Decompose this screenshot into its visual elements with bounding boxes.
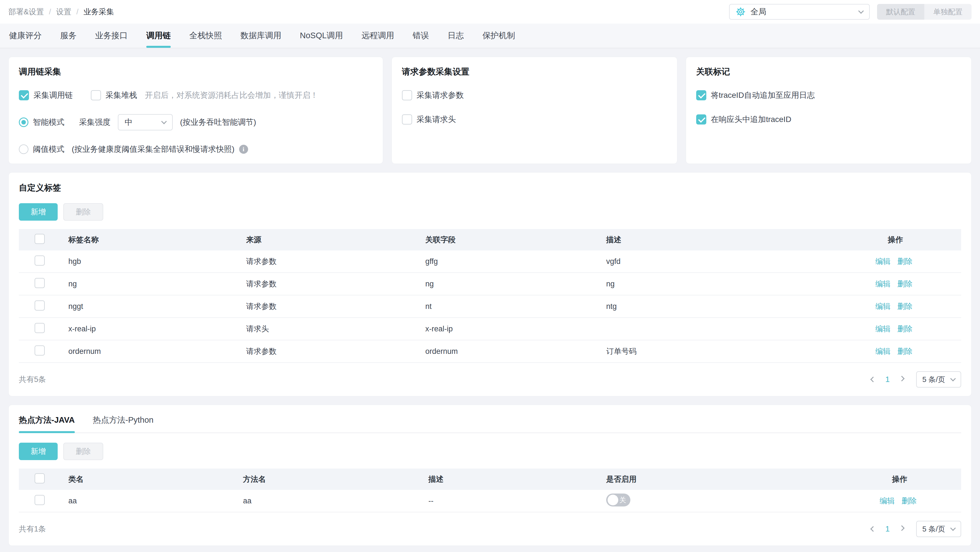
row-checkbox[interactable] [35, 323, 45, 333]
page-number[interactable]: 1 [885, 525, 890, 533]
custom-tags-table-header: 标签名称 来源 关联字段 描述 操作 [19, 229, 961, 251]
collect-headers-row: 采集请求头 [402, 114, 667, 125]
scope-select[interactable]: 全局 [729, 4, 870, 20]
tab-业务接口[interactable]: 业务接口 [95, 24, 128, 48]
col-header-desc: 描述 [606, 235, 870, 245]
page-size-select[interactable]: 5 条/页 [916, 521, 961, 537]
tab-NoSQL调用[interactable]: NoSQL调用 [300, 24, 343, 48]
tab-调用链[interactable]: 调用链 [146, 24, 171, 48]
cell-source: 请求参数 [246, 346, 425, 356]
collect-stack-checkbox[interactable] [91, 90, 101, 100]
panel-title: 请求参数采集设置 [402, 66, 667, 78]
top-bar: 部署&设置/设置/业务采集 全局 默认配置 单独配置 [0, 0, 980, 24]
smart-mode-radio[interactable] [19, 117, 29, 127]
page-size-select[interactable]: 5 条/页 [916, 371, 961, 388]
collect-params-checkbox[interactable] [402, 90, 412, 100]
prev-page-icon[interactable] [871, 527, 875, 531]
cell-actions: 编辑删除 [870, 256, 961, 266]
cell-tag-name: x-real-ip [68, 325, 246, 333]
cell-tag-name: nggt [68, 302, 246, 311]
intensity-select[interactable]: 中 [118, 114, 173, 130]
threshold-mode-label: 阈值模式 [33, 144, 64, 155]
edit-link[interactable]: 编辑 [875, 279, 891, 289]
tab-错误[interactable]: 错误 [413, 24, 429, 48]
custom-tags-title: 自定义标签 [19, 182, 961, 194]
prev-page-icon[interactable] [871, 378, 875, 381]
edit-link[interactable]: 编辑 [875, 301, 891, 311]
row-checkbox[interactable] [35, 300, 45, 311]
delete-link[interactable]: 删除 [897, 301, 913, 311]
row-checkbox-cell [19, 255, 68, 268]
cell-desc: -- [428, 496, 606, 505]
delete-link[interactable]: 删除 [897, 256, 913, 266]
add-tag-button[interactable]: 新增 [19, 203, 58, 220]
append-header-label: 在响应头中追加traceID [711, 114, 791, 125]
row-checkbox[interactable] [35, 346, 45, 355]
main-tabs: 健康评分服务业务接口调用链全栈快照数据库调用NoSQL调用远程调用错误日志保护机… [0, 24, 980, 48]
tab-热点方法-Python[interactable]: 热点方法-Python [93, 414, 154, 433]
tab-日志[interactable]: 日志 [447, 24, 464, 48]
select-all-checkbox[interactable] [35, 473, 45, 484]
add-method-button[interactable]: 新增 [19, 443, 58, 460]
enable-toggle[interactable]: 关 [606, 493, 630, 506]
page-number[interactable]: 1 [885, 375, 890, 384]
delete-link[interactable]: 删除 [897, 279, 913, 289]
delete-method-button[interactable]: 删除 [63, 443, 103, 460]
page-size-value: 5 条/页 [922, 374, 945, 384]
cell-tag-name: ng [68, 280, 246, 289]
next-page-icon[interactable] [900, 378, 904, 381]
total-count: 共有1条 [19, 524, 46, 534]
separate-config-button[interactable]: 单独配置 [924, 4, 972, 20]
delete-link[interactable]: 删除 [897, 324, 913, 334]
col-header-action: 操作 [870, 235, 961, 245]
append-log-row: 将traceID自动追加至应用日志 [696, 90, 961, 101]
edit-link[interactable]: 编辑 [875, 346, 891, 356]
tab-全栈快照[interactable]: 全栈快照 [189, 24, 222, 48]
tab-热点方法-JAVA[interactable]: 热点方法-JAVA [19, 414, 75, 433]
row-checkbox[interactable] [35, 255, 45, 266]
row-checkbox[interactable] [35, 278, 45, 288]
col-header-enabled: 是否启用 [606, 474, 875, 484]
breadcrumb-item: 业务采集 [84, 7, 114, 17]
custom-tags-table-body: hgb请求参数gffgvgfd编辑删除ng请求参数ngng编辑删除nggt请求参… [19, 251, 961, 363]
tab-健康评分[interactable]: 健康评分 [9, 24, 41, 48]
delete-link[interactable]: 删除 [897, 346, 913, 356]
table-row: x-real-ip请求头x-real-ip编辑删除 [19, 318, 961, 340]
next-page-icon[interactable] [900, 528, 904, 530]
custom-tags-buttons: 新增 删除 [19, 203, 961, 220]
table-row: ordernum请求参数ordernum订单号码编辑删除 [19, 340, 961, 363]
default-config-button[interactable]: 默认配置 [877, 4, 924, 20]
tab-数据库调用[interactable]: 数据库调用 [240, 24, 281, 48]
select-all-checkbox[interactable] [35, 234, 45, 244]
hot-methods-table-header: 类名 方法名 描述 是否启用 操作 [19, 468, 961, 490]
tab-远程调用[interactable]: 远程调用 [361, 24, 394, 48]
tab-服务[interactable]: 服务 [60, 24, 76, 48]
content: 调用链采集 采集调用链 采集堆栈 开启后，对系统资源消耗占比会增加，谨慎开启！ … [0, 48, 980, 552]
info-icon[interactable]: i [239, 145, 248, 154]
edit-link[interactable]: 编辑 [880, 496, 895, 506]
cell-desc: 订单号码 [606, 346, 870, 356]
cell-actions: 编辑删除 [870, 346, 961, 356]
col-header-source: 来源 [246, 235, 425, 245]
panel-title: 关联标记 [696, 66, 961, 78]
cell-class-name: aa [68, 496, 243, 505]
threshold-mode-radio[interactable] [19, 144, 29, 154]
collect-params-row: 采集请求参数 [402, 90, 667, 101]
row-checkbox[interactable] [35, 495, 45, 505]
append-header-checkbox[interactable] [696, 114, 706, 125]
breadcrumb-item[interactable]: 设置 [56, 7, 72, 17]
delete-link[interactable]: 删除 [902, 496, 917, 506]
append-log-checkbox[interactable] [696, 90, 706, 100]
tab-保护机制[interactable]: 保护机制 [482, 24, 515, 48]
collect-stack-label: 采集堆栈 [105, 90, 137, 101]
toggle-label: 关 [619, 495, 626, 504]
cell-actions: 编辑删除 [870, 279, 961, 289]
breadcrumb-item[interactable]: 部署&设置 [8, 7, 44, 17]
collect-trace-checkbox[interactable] [19, 90, 29, 100]
collect-headers-checkbox[interactable] [402, 114, 412, 125]
edit-link[interactable]: 编辑 [875, 256, 891, 266]
delete-tag-button[interactable]: 删除 [63, 203, 103, 220]
trace-collect-row: 采集调用链 采集堆栈 开启后，对系统资源消耗占比会增加，谨慎开启！ [19, 90, 373, 101]
panel-request-params: 请求参数采集设置 采集请求参数 采集请求头 [391, 57, 677, 164]
edit-link[interactable]: 编辑 [875, 324, 891, 334]
